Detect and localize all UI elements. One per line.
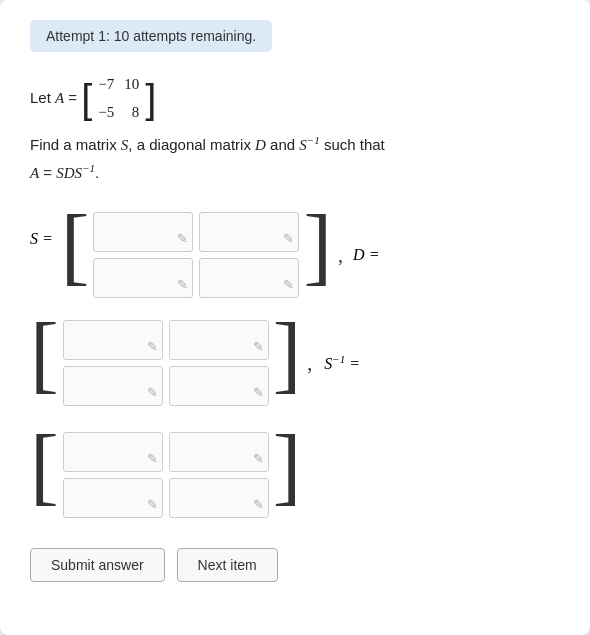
d-bracket-right: ] <box>273 310 302 412</box>
d-input-cells: ✎ ✎ ✎ ✎ <box>59 314 273 412</box>
s-r2c2-input[interactable] <box>200 259 298 297</box>
button-row: Submit answer Next item <box>30 548 560 582</box>
matrix-a-r2c1: −5 <box>98 100 114 126</box>
d-r2c2-cell: ✎ <box>169 366 269 406</box>
d-r2c1-cell: ✎ <box>63 366 163 406</box>
sinv-r2c1-cell: ✎ <box>63 478 163 518</box>
d-bracket-left: [ <box>30 310 59 412</box>
d-r1c1-input[interactable] <box>64 321 162 359</box>
comma-2: , <box>307 352 312 375</box>
sinv-r2c2-input[interactable] <box>170 479 268 517</box>
d-matrix-row: [ ✎ ✎ ✎ ✎ ] , <box>30 314 560 412</box>
s-matrix-row: S = [ ✎ ✎ ✎ ✎ <box>30 206 560 304</box>
next-item-button[interactable]: Next item <box>177 548 278 582</box>
main-card: Attempt 1: 10 attempts remaining. Let A … <box>0 0 590 635</box>
attempt-text: Attempt 1: 10 attempts remaining. <box>46 28 256 44</box>
s-bracket-right: ] <box>303 202 332 304</box>
d-r2c1-input[interactable] <box>64 367 162 405</box>
sinv-r1c1-input[interactable] <box>64 433 162 471</box>
matrix-a-r1c1: −7 <box>98 72 114 98</box>
s-bracket-left: [ <box>61 202 90 304</box>
problem-statement: Let A = [ −7 10 −5 8 ] Find a matrix S, … <box>30 70 560 186</box>
sinv-r2c1-input[interactable] <box>64 479 162 517</box>
matrix-a-r1c2: 10 <box>124 72 139 98</box>
d-r2c2-input[interactable] <box>170 367 268 405</box>
d-r1c2-cell: ✎ <box>169 320 269 360</box>
s-matrix-bracket: [ ✎ ✎ ✎ ✎ ] <box>61 206 332 304</box>
sinv-r1c2-input[interactable] <box>170 433 268 471</box>
sinv-r1c2-cell: ✎ <box>169 432 269 472</box>
matrix-A-display: [ −7 10 −5 8 ] <box>81 70 156 127</box>
s-r1c1-cell: ✎ <box>93 212 193 252</box>
submit-button[interactable]: Submit answer <box>30 548 165 582</box>
comma-1: , <box>338 244 343 267</box>
attempt-banner: Attempt 1: 10 attempts remaining. <box>30 20 272 52</box>
sinv-label: S−1 = <box>324 353 360 373</box>
sinv-matrix-row: [ ✎ ✎ ✎ ✎ ] <box>30 426 560 524</box>
d-r1c1-cell: ✎ <box>63 320 163 360</box>
s-r2c1-cell: ✎ <box>93 258 193 298</box>
sinv-r1c1-cell: ✎ <box>63 432 163 472</box>
s-r1c1-input[interactable] <box>94 213 192 251</box>
d-label: D = <box>353 246 379 264</box>
s-r2c2-cell: ✎ <box>199 258 299 298</box>
sinv-bracket-left: [ <box>30 422 59 524</box>
s-r2c1-input[interactable] <box>94 259 192 297</box>
s-label: S = <box>30 230 53 248</box>
s-input-cells: ✎ ✎ ✎ ✎ <box>89 206 303 304</box>
sinv-bracket-right: ] <box>273 422 302 524</box>
sinv-matrix-bracket: [ ✎ ✎ ✎ ✎ ] <box>30 426 301 524</box>
sinv-input-cells: ✎ ✎ ✎ ✎ <box>59 426 273 524</box>
matrix-a-r2c2: 8 <box>124 100 139 126</box>
d-matrix-bracket: [ ✎ ✎ ✎ ✎ ] <box>30 314 301 412</box>
s-r1c2-cell: ✎ <box>199 212 299 252</box>
let-text: Let A = <box>30 85 77 112</box>
s-r1c2-input[interactable] <box>200 213 298 251</box>
d-r1c2-input[interactable] <box>170 321 268 359</box>
sinv-r2c2-cell: ✎ <box>169 478 269 518</box>
